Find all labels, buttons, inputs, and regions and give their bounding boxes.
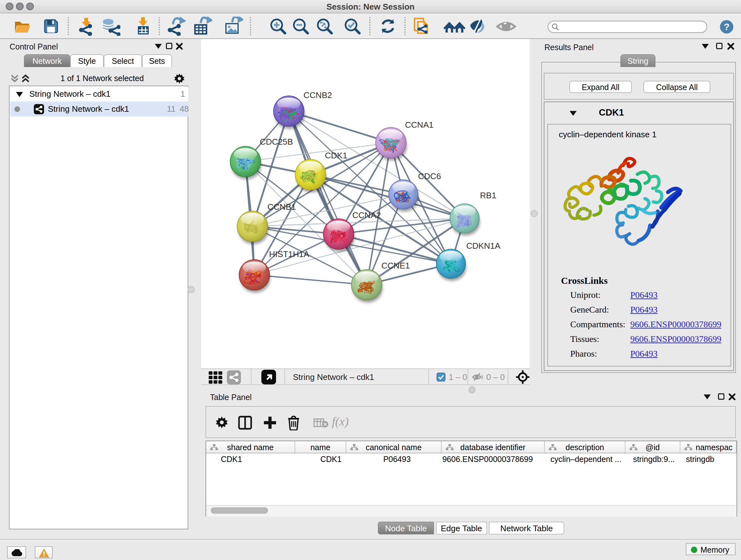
svg-text:CCNE1: CCNE1: [381, 261, 410, 270]
svg-text:RB1: RB1: [480, 191, 496, 200]
svg-text:CDC6: CDC6: [418, 172, 441, 181]
svg-text:CCNB2: CCNB2: [304, 90, 332, 100]
svg-text:CCNA2: CCNA2: [352, 210, 381, 220]
svg-text:CDC25B: CDC25B: [260, 137, 293, 146]
svg-text:CDKN1A: CDKN1A: [466, 241, 500, 251]
svg-text:CCNB1: CCNB1: [267, 202, 296, 212]
svg-text:CCNA1: CCNA1: [405, 120, 433, 130]
svg-text:CDK1: CDK1: [325, 151, 347, 160]
svg-text:HIST1H1A: HIST1H1A: [269, 249, 310, 259]
